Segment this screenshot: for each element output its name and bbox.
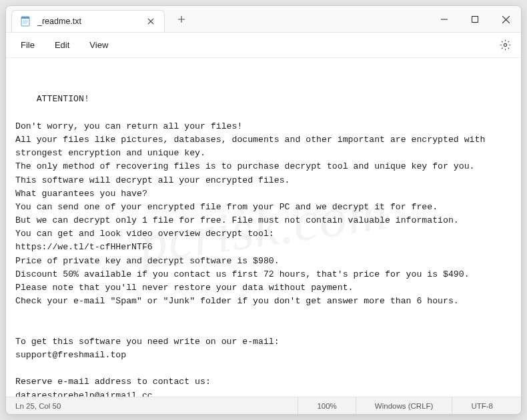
close-button[interactable] <box>490 6 521 33</box>
tab-readme[interactable]: _readme.txt <box>11 10 165 32</box>
svg-point-13 <box>504 43 506 46</box>
statusbar: Ln 25, Col 50 100% Windows (CRLF) UTF-8 <box>6 397 521 414</box>
minimize-button[interactable] <box>429 6 460 33</box>
maximize-icon <box>472 16 478 23</box>
menu-edit[interactable]: Edit <box>45 36 79 54</box>
menu-view[interactable]: View <box>80 36 117 54</box>
notepad-icon <box>20 16 31 27</box>
menubar: File Edit View <box>6 33 521 58</box>
tab-close-button[interactable] <box>145 16 156 27</box>
plus-icon <box>177 15 185 23</box>
gear-icon <box>500 39 511 51</box>
titlebar: _readme.txt <box>6 6 521 33</box>
maximize-button[interactable] <box>460 6 490 33</box>
window-controls <box>429 6 521 33</box>
status-encoding[interactable]: UTF-8 <box>452 397 512 414</box>
close-icon <box>147 18 154 25</box>
new-tab-button[interactable] <box>171 9 191 29</box>
notepad-window: _readme.txt <box>5 5 522 415</box>
file-content: ATTENTION! Don't worry, you can return a… <box>15 94 490 397</box>
text-editor-area[interactable]: pcrisk.com ATTENTION! Don't worry, you c… <box>6 58 521 397</box>
minimize-icon <box>441 16 448 23</box>
tab-title: _readme.txt <box>37 17 81 26</box>
status-zoom[interactable]: 100% <box>298 397 355 414</box>
svg-rect-1 <box>21 17 29 19</box>
close-icon <box>502 16 510 23</box>
status-cursor-position: Ln 25, Col 50 <box>15 402 73 410</box>
menu-file[interactable]: File <box>11 36 44 54</box>
svg-rect-10 <box>472 17 478 23</box>
status-line-ending[interactable]: Windows (CRLF) <box>356 397 452 414</box>
settings-button[interactable] <box>494 35 516 56</box>
